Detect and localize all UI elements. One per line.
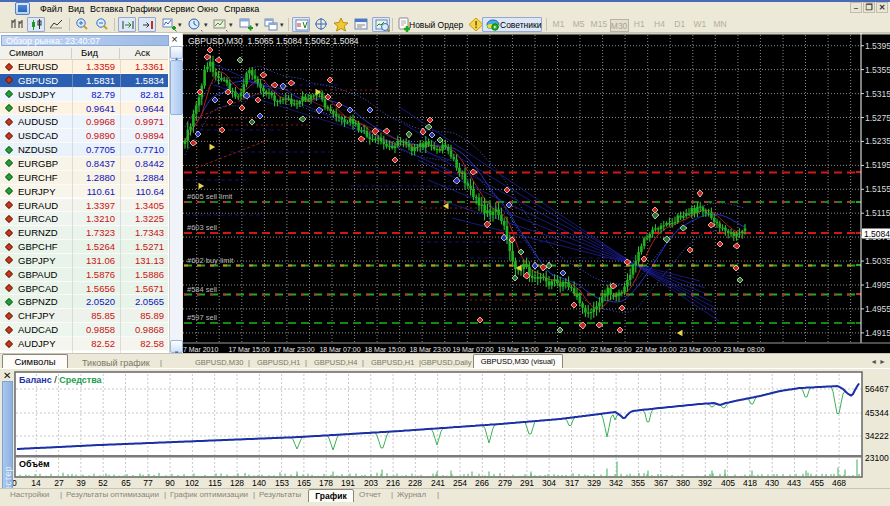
svg-text:GBPUSD,M30 1.5065 1.5084 1.50: GBPUSD,M30 1.5065 1.5084 1.5062 1.5084 [188,36,359,46]
svg-text:355: 355 [631,478,645,488]
svg-text:191: 191 [341,478,355,488]
svg-text:#597 sell: #597 sell [187,313,217,322]
svg-text:23 Mar 08:00: 23 Mar 08:00 [723,346,764,353]
svg-text:1.5235: 1.5235 [865,136,890,146]
svg-text:77: 77 [143,478,153,488]
svg-text:254: 254 [453,478,467,488]
svg-text:39: 39 [76,478,86,488]
svg-text:22 Mar 00:00: 22 Mar 00:00 [544,346,585,353]
svg-text:14: 14 [31,478,41,488]
svg-text:1.4955: 1.4955 [865,304,890,314]
svg-text:1.5315: 1.5315 [865,89,890,99]
svg-text:1.5115: 1.5115 [865,208,890,218]
svg-text:Баланс / Средства: Баланс / Средства [19,375,103,385]
svg-text:279: 279 [498,478,512,488]
svg-text:418: 418 [743,478,757,488]
svg-text:1.5195: 1.5195 [865,160,890,170]
svg-text:1.4915: 1.4915 [865,328,890,338]
svg-text:56467: 56467 [865,384,889,394]
svg-text:18 Mar 15:00: 18 Mar 15:00 [364,346,405,353]
svg-text:1.5084: 1.5084 [864,229,890,239]
svg-text:1.5395: 1.5395 [865,41,890,51]
svg-text:1.5275: 1.5275 [865,113,890,123]
svg-text:1.4995: 1.4995 [865,280,890,290]
svg-text:23 Mar 00:00: 23 Mar 00:00 [679,346,720,353]
svg-text:18 Mar 23:00: 18 Mar 23:00 [409,346,450,353]
svg-text:17 Mar 2010: 17 Mar 2010 [183,346,218,353]
svg-text:115: 115 [208,478,222,488]
svg-text:1.5035: 1.5035 [865,256,890,266]
svg-text:380: 380 [676,478,690,488]
svg-text:241: 241 [431,478,445,488]
svg-text:153: 153 [275,478,289,488]
svg-text:34222: 34222 [865,431,889,441]
svg-text:23100: 23100 [865,453,889,463]
svg-text:65: 65 [121,478,131,488]
svg-text:165: 165 [297,478,311,488]
svg-text:430: 430 [765,478,779,488]
svg-text:203: 203 [364,478,378,488]
svg-text:27: 27 [54,478,64,488]
svg-text:329: 329 [587,478,601,488]
svg-text:128: 128 [230,478,244,488]
svg-text:140: 140 [252,478,266,488]
svg-text:405: 405 [721,478,735,488]
svg-text:Объём: Объём [19,459,50,469]
svg-text:178: 178 [319,478,333,488]
svg-text:342: 342 [609,478,623,488]
svg-text:317: 317 [565,478,579,488]
svg-text:#602 buy limit: #602 buy limit [187,256,234,265]
svg-text:455: 455 [810,478,824,488]
svg-text:22 Mar 16:00: 22 Mar 16:00 [635,346,676,353]
svg-text:304: 304 [542,478,556,488]
svg-text:228: 228 [408,478,422,488]
svg-text:291: 291 [520,478,534,488]
svg-text:266: 266 [475,478,489,488]
svg-text:216: 216 [386,478,400,488]
svg-text:#605 sell limit: #605 sell limit [187,192,233,201]
svg-text:1.5155: 1.5155 [865,184,890,194]
svg-text:22 Mar 08:00: 22 Mar 08:00 [590,346,631,353]
svg-text:19 Mar 07:00: 19 Mar 07:00 [452,346,493,353]
svg-text:102: 102 [185,478,199,488]
svg-text:18 Mar 07:00: 18 Mar 07:00 [319,346,360,353]
svg-text:45344: 45344 [865,408,889,418]
svg-text:468: 468 [832,478,846,488]
svg-text:17 Mar 15:00: 17 Mar 15:00 [228,346,269,353]
svg-text:443: 443 [787,478,801,488]
svg-text:1.5355: 1.5355 [865,65,890,75]
svg-text:#584 sell: #584 sell [187,285,217,294]
svg-text:367: 367 [654,478,668,488]
svg-text:#603 sell: #603 sell [187,223,217,232]
svg-text:52: 52 [98,478,108,488]
svg-text:392: 392 [698,478,712,488]
svg-text:17 Mar 23:00: 17 Mar 23:00 [273,346,314,353]
svg-text:19 Mar 15:00: 19 Mar 15:00 [497,346,538,353]
svg-text:90: 90 [165,478,175,488]
